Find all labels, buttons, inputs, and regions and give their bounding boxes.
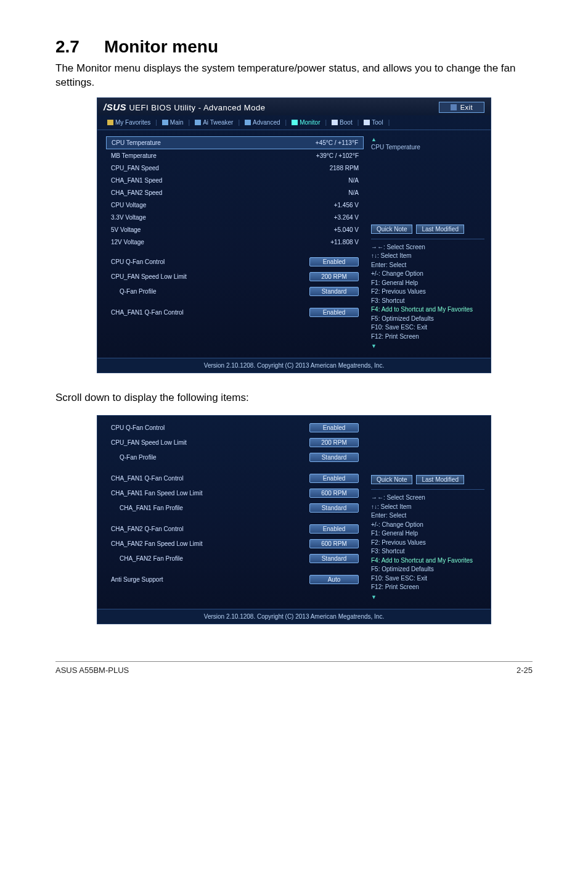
control-row[interactable]: CPU Q-Fan ControlEnabled (106, 255, 364, 269)
scroll-down-icon: ▼ (371, 342, 484, 350)
power-icon (332, 120, 338, 125)
help-line: F1: General Help (371, 529, 484, 538)
monitor-row[interactable]: CPU_FAN Speed2188 RPM (106, 162, 364, 174)
control-row[interactable]: CPU_FAN Speed Low Limit200 RPM (106, 270, 364, 284)
control-label: CPU_FAN Speed Low Limit (111, 439, 187, 446)
heading-number: 2.7 (55, 37, 80, 57)
help-line: +/-: Change Option (371, 521, 484, 530)
tab-my-favorites[interactable]: My Favorites (104, 115, 154, 130)
row-label: CPU_FAN Speed (111, 165, 159, 171)
control-row[interactable]: CHA_FAN2 Fan ProfileStandard (106, 551, 364, 566)
help-line: →←: Select Screen (371, 493, 484, 503)
control-row[interactable]: Q-Fan ProfileStandard (106, 284, 364, 299)
tab-tool[interactable]: Tool (360, 115, 386, 130)
last-modified-button[interactable]: Last Modified (416, 475, 463, 484)
last-modified-button[interactable]: Last Modified (416, 225, 463, 234)
control-label: CHA_FAN1 Fan Profile (111, 505, 183, 511)
chip-icon (195, 120, 201, 125)
row-label: 12V Voltage (111, 239, 144, 245)
row-label: 3.3V Voltage (111, 214, 146, 221)
tab-ai-tweaker[interactable]: Ai Tweaker (191, 115, 237, 130)
footer-right: 2-25 (517, 666, 533, 675)
monitor-row[interactable]: CHA_FAN1 SpeedN/A (106, 175, 364, 186)
monitor-row[interactable]: CHA_FAN2 SpeedN/A (106, 187, 364, 199)
help-line: Enter: Select (371, 261, 484, 270)
control-value[interactable]: Enabled (309, 474, 359, 483)
control-row[interactable]: CHA_FAN1 Q-Fan ControlEnabled (106, 305, 364, 320)
control-value[interactable]: Standard (309, 554, 359, 563)
help-line: F2: Previous Values (371, 287, 484, 297)
control-value[interactable]: Standard (309, 453, 359, 462)
help-line: →←: Select Screen (371, 243, 484, 252)
control-row[interactable]: CHA_FAN1 Q-Fan ControlEnabled (106, 471, 364, 485)
control-row[interactable]: CPU Q-Fan ControlEnabled (106, 421, 364, 435)
help-line: Enter: Select (371, 511, 484, 521)
control-row[interactable]: CPU_FAN Speed Low Limit200 RPM (106, 435, 364, 450)
control-value[interactable]: 200 RPM (309, 438, 359, 447)
help-block: →←: Select Screen↑↓: Select ItemEnter: S… (371, 239, 484, 351)
control-value[interactable]: Standard (309, 503, 359, 513)
control-row[interactable]: CHA_FAN1 Fan ProfileStandard (106, 501, 364, 515)
control-label: Anti Surge Support (111, 576, 163, 583)
star-icon (107, 120, 113, 125)
intro-text: The Monitor menu displays the system tem… (55, 62, 533, 90)
control-value[interactable]: Enabled (309, 423, 359, 432)
list-icon (162, 120, 168, 125)
help-line: F10: Save ESC: Exit (371, 323, 484, 332)
control-value[interactable]: 600 RPM (309, 539, 359, 548)
control-value[interactable]: Enabled (309, 257, 359, 266)
control-label: CPU Q-Fan Control (111, 258, 165, 265)
control-value[interactable]: 200 RPM (309, 272, 359, 281)
row-value: N/A (348, 189, 359, 196)
control-row[interactable]: CHA_FAN2 Fan Speed Low Limit600 RPM (106, 537, 364, 551)
control-row[interactable]: CHA_FAN2 Q-Fan ControlEnabled (106, 522, 364, 536)
row-value: +11.808 V (330, 239, 359, 245)
page-footer: ASUS A55BM-PLUS 2-25 (55, 661, 533, 675)
tab-advanced[interactable]: Advanced (241, 115, 284, 130)
help-line: ↑↓: Select Item (371, 503, 484, 512)
control-row[interactable]: Anti Surge SupportAuto (106, 572, 364, 587)
bios-titlebar: /SUS UEFI BIOS Utility - Advanced Mode E… (97, 98, 491, 115)
monitor-row[interactable]: 5V Voltage+5.040 V (106, 224, 364, 236)
control-value[interactable]: Enabled (309, 308, 359, 317)
row-label: MB Temperature (111, 152, 157, 159)
page-heading: 2.7 Monitor menu (55, 37, 533, 57)
quick-note-button[interactable]: Quick Note (371, 225, 412, 234)
control-value[interactable]: Standard (309, 287, 359, 296)
help-line: F3: Shortcut (371, 297, 484, 306)
footer-left: ASUS A55BM-PLUS (55, 666, 129, 675)
monitor-row[interactable]: 12V Voltage+11.808 V (106, 236, 364, 248)
control-row[interactable]: Q-Fan ProfileStandard (106, 450, 364, 464)
control-label: CHA_FAN1 Fan Speed Low Limit (111, 490, 202, 497)
bios-footer: Version 2.10.1208. Copyright (C) 2013 Am… (97, 609, 491, 624)
help-line: F12: Print Screen (371, 583, 484, 592)
help-line: F2: Previous Values (371, 538, 484, 548)
control-row[interactable]: CHA_FAN1 Fan Speed Low Limit600 RPM (106, 486, 364, 500)
bios-footer: Version 2.10.1208. Copyright (C) 2013 Am… (97, 358, 491, 373)
monitor-row[interactable]: 3.3V Voltage+3.264 V (106, 212, 364, 223)
tab-main[interactable]: Main (158, 115, 187, 130)
help-line: F3: Shortcut (371, 547, 484, 556)
row-value: +5.040 V (334, 226, 359, 233)
row-label: 5V Voltage (111, 226, 141, 233)
row-label: CPU Voltage (111, 202, 146, 208)
tab-monitor[interactable]: Monitor (288, 115, 324, 130)
monitor-row[interactable]: CPU Voltage+1.456 V (106, 199, 364, 211)
exit-button[interactable]: Exit (439, 102, 484, 113)
monitor-row[interactable]: CPU Temperature+45°C / +113°F (106, 136, 364, 149)
control-label: CHA_FAN2 Q-Fan Control (111, 526, 184, 532)
quick-note-button[interactable]: Quick Note (371, 475, 412, 484)
help-line: F10: Save ESC: Exit (371, 574, 484, 584)
control-value[interactable]: Enabled (309, 524, 359, 534)
help-line: F5: Optimized Defaults (371, 565, 484, 574)
control-value[interactable]: Auto (309, 575, 359, 584)
control-value[interactable]: 600 RPM (309, 489, 359, 498)
advanced-icon (245, 120, 251, 125)
help-line: F5: Optimized Defaults (371, 315, 484, 324)
monitor-row[interactable]: MB Temperature+39°C / +102°F (106, 150, 364, 162)
tab-boot[interactable]: Boot (328, 115, 356, 130)
help-line: F12: Print Screen (371, 332, 484, 342)
help-title: CPU Temperature (371, 144, 484, 151)
bios-title: UEFI BIOS Utility - Advanced Mode (129, 103, 265, 112)
control-label: CHA_FAN2 Fan Profile (111, 555, 183, 562)
